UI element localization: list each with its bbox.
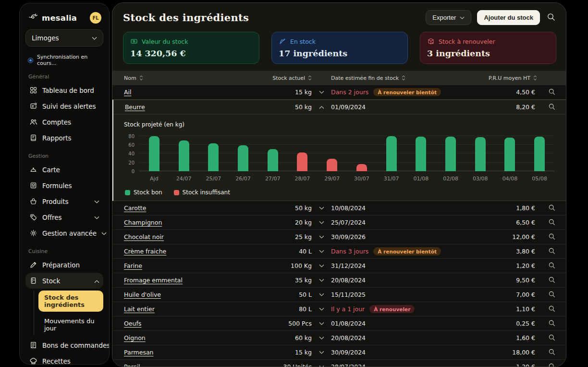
row-search-button[interactable] [537,363,566,367]
column-header-pru[interactable]: P.R.U moyen HT [485,75,537,81]
expand-row-icon[interactable] [312,250,331,253]
avatar[interactable]: FL [90,12,101,24]
sidebar-item-carte[interactable]: Carte [25,162,103,177]
add-stock-button[interactable]: Ajouter du stock [477,10,540,25]
expand-row-icon[interactable] [312,293,331,297]
ingredient-link[interactable]: Ail [124,89,132,96]
ingredient-link[interactable]: Champignon [124,219,162,226]
restock-badge: À renouveler bientôt [373,88,441,96]
ingredient-link[interactable]: Farine [124,262,142,269]
ingredient-link[interactable]: Oeufs [124,320,141,327]
expand-row-icon[interactable] [312,90,331,94]
row-search-button[interactable] [537,305,566,314]
row-search-button[interactable] [537,103,566,112]
ingredient-link[interactable]: Chocolat noir [124,233,164,240]
row-search-button[interactable] [537,262,566,270]
sidebar-item-label: Rapports [42,134,99,142]
ingredient-link[interactable]: Fromage emmental [124,277,183,284]
search-icon [548,363,555,367]
search-button[interactable] [546,12,556,24]
chevron-down-icon [460,14,465,21]
expand-row-icon[interactable] [312,206,331,210]
table-row[interactable]: Beurre50 kg01/09/20248,20 € [113,100,566,114]
search-icon [548,348,555,357]
stock-value-card: Valeur du stock 14 320,56 € [123,32,259,64]
chef-hat-icon [29,357,37,365]
ingredient-link[interactable]: Beurre [125,103,145,111]
ingredient-link[interactable]: Crème fraiche [124,248,166,255]
table-row[interactable]: Farine100 Kg31/12/20241,20 € [112,259,566,273]
row-search-button[interactable] [537,319,566,328]
row-search-button[interactable] [537,348,566,357]
row-search-button[interactable] [537,204,566,213]
table-row[interactable]: Champignon20 kg25/07/20246,50 € [112,215,566,230]
row-search-button[interactable] [537,88,566,97]
sidebar-item-comptes[interactable]: Comptes [25,114,103,130]
end-of-stock-cell: 15/11/2025 [331,291,485,298]
export-button[interactable]: Exporter [426,10,471,25]
sidebar-item-formules[interactable]: Formules [25,177,103,193]
sidebar-item-gestion-avancee[interactable]: Gestion avancée [25,225,103,241]
end-of-stock-date: 30/09/2026 [331,233,366,240]
expand-row-icon[interactable] [312,322,331,326]
expand-row-icon[interactable] [312,264,331,268]
sidebar-item-stock[interactable]: Stock [25,273,103,289]
sidebar-item-tableau-de-bord[interactable]: Tableau de bord [25,82,103,98]
expand-row-icon[interactable] [312,365,331,367]
chart-title: Stock projeté (en kg) [124,121,554,128]
submenu-item-mouvements-du-jour[interactable]: Mouvements du jour [38,314,103,335]
sidebar-item-produits[interactable]: Produits [25,193,103,209]
location-selector[interactable]: Limoges [25,29,103,47]
end-of-stock-cell: 30/09/2024 [331,349,485,356]
ingredient-name-cell: Persil [112,363,223,367]
table-row[interactable]: Oeufs500 Pcs01/08/20240,25 € [112,316,566,331]
sidebar-item-label: Gestion avancée [42,229,97,237]
submenu-item-stock-des-ingredients[interactable]: Stock des ingrédients [38,291,103,312]
table-row[interactable]: Huile d'olive50 L15/11/20257,00 € [112,288,566,302]
stat-cards: Valeur du stock 14 320,56 € En stock 17 … [112,25,566,64]
sidebar-item-preparation[interactable]: Préparation [25,257,103,273]
ingredient-link[interactable]: Lait entier [124,305,155,313]
ingredient-link[interactable]: Huile d'olive [124,291,161,298]
column-header-nom[interactable]: Nom [112,75,223,81]
row-search-button[interactable] [537,276,566,285]
column-header-stock-actuel[interactable]: Stock actuel [223,75,312,81]
row-search-button[interactable] [537,291,566,299]
bar-02-08 [445,137,456,171]
row-search-button[interactable] [537,218,566,227]
search-icon [548,334,555,342]
stock-value-cell: 35 kg [223,277,312,284]
expand-row-icon[interactable] [312,235,331,239]
sidebar-item-offres[interactable]: Offres [25,209,103,225]
expand-row-icon[interactable] [312,336,331,340]
row-search-button[interactable] [537,334,566,342]
sidebar-item-rapports[interactable]: Rapports [25,130,103,146]
row-search-button[interactable] [537,247,566,256]
expand-row-icon[interactable] [312,351,331,354]
ingredient-link[interactable]: Carotte [124,204,146,212]
table-row[interactable]: Oignon60 kg20/08/20241,60 € [112,331,566,345]
ingredient-link[interactable]: Oignon [124,334,146,342]
table-row[interactable]: Crème fraiche40 LDans 3 joursÀ renouvele… [112,244,566,259]
column-header-date-fin-stock[interactable]: Date estimée fin de stock [331,75,485,81]
sidebar-item-suivi-des-alertes[interactable]: Suivi des alertes [25,98,103,114]
expand-row-icon[interactable] [312,307,331,311]
collapse-row-icon[interactable] [312,105,331,109]
unit-price-cell: 0,25 € [485,320,537,327]
end-of-stock-date: 15/11/2025 [331,291,366,298]
ingredient-link[interactable]: Persil [124,363,140,367]
row-search-button[interactable] [537,233,566,241]
sidebar-item-label: Tableau de bord [42,87,99,94]
table-row[interactable]: Carotte50 kg10/08/20241,80 € [112,201,566,215]
table-row[interactable]: Ail15 kgDans 2 joursÀ renouveler bientôt… [112,85,566,100]
expand-row-icon[interactable] [312,221,331,225]
ingredient-link[interactable]: Parmesan [124,349,154,356]
table-row[interactable]: Fromage emmental35 kg20/08/20249,50 € [112,273,566,288]
sidebar-item-recettes[interactable]: Recettes [25,353,103,365]
table-row[interactable]: Persil30 Unités28/07/20241,20 € [112,360,566,367]
table-row[interactable]: Lait entier80 LIl y a 1 jourÀ renouveler… [112,302,566,316]
expand-row-icon[interactable] [312,278,331,282]
table-row[interactable]: Chocolat noir25 kg30/09/202612,00 € [112,230,566,244]
sidebar-item-bons-de-commandes[interactable]: Bons de commandes [25,337,103,353]
table-row[interactable]: Parmesan15 kg30/09/202418,00 € [112,345,566,360]
